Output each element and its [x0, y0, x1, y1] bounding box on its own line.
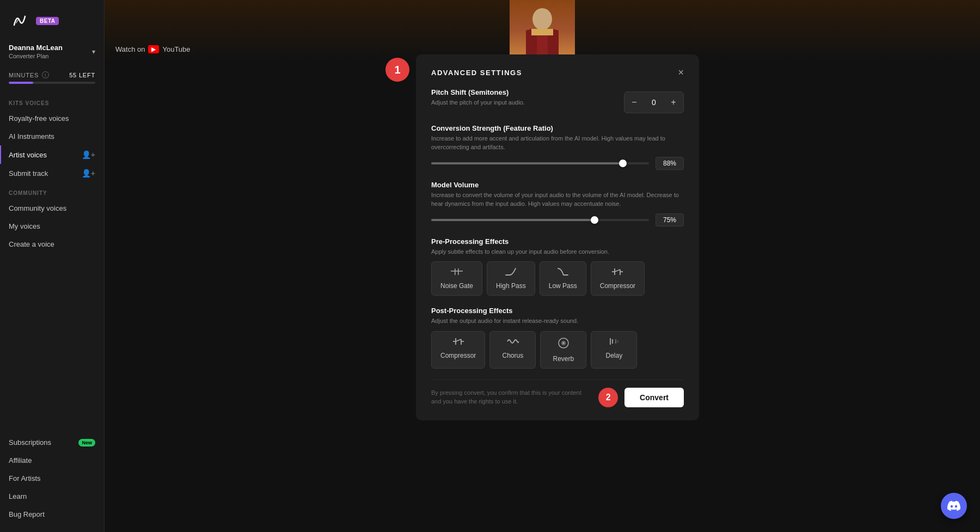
delay-icon [608, 337, 620, 348]
pitch-controls: − 0 + [624, 91, 684, 113]
high-pass-button[interactable]: High Pass [487, 261, 535, 296]
sidebar-item-for-artists[interactable]: For Artists [0, 469, 104, 487]
conversion-strength-value: 88% [656, 157, 684, 170]
svg-rect-7 [455, 268, 456, 275]
submit-person-icon: 👤+ [82, 169, 95, 178]
username: Deanna McLean [9, 44, 63, 52]
post-compressor-icon [452, 337, 464, 348]
pitch-increase-button[interactable]: + [664, 92, 683, 113]
sidebar-item-community-voices[interactable]: Community voices [0, 199, 104, 217]
chorus-icon [507, 337, 519, 348]
conversion-strength-desc: Increase to add more accent and articula… [431, 134, 684, 151]
add-person-icon: 👤+ [82, 150, 95, 159]
svg-rect-8 [458, 268, 459, 275]
info-icon: i [42, 71, 49, 78]
post-processing-section: Post-Processing Effects Adjust the outpu… [431, 307, 684, 368]
sidebar-item-royalty-free-voices[interactable]: Royalty-free voices [0, 109, 104, 127]
conversion-strength-section: Conversion Strength (Feature Ratio) Incr… [431, 124, 684, 170]
chorus-label: Chorus [503, 352, 524, 359]
pre-compressor-button[interactable]: Compressor [591, 261, 645, 296]
convert-button[interactable]: Convert [624, 388, 684, 407]
low-pass-button[interactable]: Low Pass [540, 261, 586, 296]
pre-processing-desc: Apply subtle effects to clean up your in… [431, 248, 684, 256]
modal-header: ADVANCED SETTINGS × [431, 68, 684, 77]
model-volume-section: Model Volume Increase to convert the vol… [431, 181, 684, 227]
modal-title: ADVANCED SETTINGS [431, 69, 522, 77]
conversion-strength-thumb[interactable] [619, 160, 627, 167]
sidebar-item-subscriptions[interactable]: Subscriptions New [0, 433, 104, 451]
sidebar-item-my-voices[interactable]: My voices [0, 217, 104, 235]
conversion-strength-label: Conversion Strength (Feature Ratio) [431, 124, 684, 132]
sidebar-item-affiliate[interactable]: Affiliate [0, 451, 104, 469]
pre-compressor-icon [611, 267, 623, 279]
model-volume-slider[interactable] [431, 215, 649, 225]
post-compressor-button[interactable]: Compressor [431, 331, 485, 369]
minutes-progress-bar [9, 82, 95, 84]
reverb-label: Reverb [553, 355, 574, 363]
step-2-circle: 2 [598, 388, 618, 407]
delay-label: Delay [606, 352, 623, 359]
model-volume-fill [431, 219, 595, 221]
chorus-button[interactable]: Chorus [489, 331, 536, 369]
user-plan: Converter Plan [9, 53, 63, 59]
noise-gate-button[interactable]: Noise Gate [431, 261, 482, 296]
svg-line-11 [615, 270, 620, 272]
low-pass-icon [557, 267, 569, 279]
sidebar-item-learn[interactable]: Learn [0, 487, 104, 505]
footer-right: 2 Convert [598, 388, 684, 407]
sidebar-item-bug-report[interactable]: Bug Report [0, 505, 104, 523]
user-menu[interactable]: Deanna McLean Converter Plan ▾ [0, 38, 104, 67]
model-volume-value: 75% [656, 213, 684, 227]
sidebar-item-submit-track[interactable]: Submit track 👤+ [0, 164, 104, 182]
low-pass-label: Low Pass [549, 282, 577, 290]
reverb-icon [558, 337, 569, 352]
pre-compressor-label: Compressor [600, 282, 635, 290]
reverb-button[interactable]: Reverb [540, 331, 586, 369]
pitch-value: 0 [644, 98, 664, 107]
post-processing-label: Post-Processing Effects [431, 307, 684, 315]
sidebar-item-ai-instruments[interactable]: AI Instruments [0, 127, 104, 145]
pre-processing-section: Pre-Processing Effects Apply subtle effe… [431, 237, 684, 296]
noise-gate-icon [451, 267, 463, 279]
high-pass-icon [505, 267, 517, 279]
minutes-left: 55 left [69, 72, 95, 78]
step-1-circle: 1 [385, 58, 409, 82]
pitch-decrease-button[interactable]: − [624, 92, 644, 113]
modal-overlay: 1 ADVANCED SETTINGS × Pitch Shift (Semit… [105, 0, 980, 532]
modal-wrapper: 1 ADVANCED SETTINGS × Pitch Shift (Semit… [385, 54, 699, 420]
close-button[interactable]: × [678, 68, 684, 77]
post-processing-desc: Adjust the output audio for instant rele… [431, 317, 684, 325]
sidebar: BETA Deanna McLean Converter Plan ▾ MINU… [0, 0, 105, 532]
conversion-strength-slider[interactable] [431, 158, 649, 169]
advanced-settings-modal: ADVANCED SETTINGS × Pitch Shift (Semiton… [416, 54, 699, 420]
model-volume-thumb[interactable] [591, 216, 598, 224]
pre-processing-effects-grid: Noise Gate High Pass Low P [431, 261, 684, 296]
svg-rect-6 [451, 271, 463, 272]
discord-icon [947, 499, 960, 512]
post-processing-effects-grid: Compressor Chorus Reverb [431, 331, 684, 369]
model-volume-label: Model Volume [431, 181, 684, 189]
chevron-down-icon: ▾ [92, 48, 95, 56]
svg-point-21 [562, 342, 564, 344]
delay-button[interactable]: Delay [591, 331, 637, 369]
app-logo [9, 10, 30, 32]
pre-processing-label: Pre-Processing Effects [431, 237, 684, 246]
discord-button[interactable] [941, 493, 967, 519]
new-badge: New [78, 439, 95, 447]
main-content: Watch on ▶ YouTube 1 ADVANCED SETTINGS × [105, 0, 980, 532]
post-compressor-label: Compressor [440, 352, 476, 359]
footer-disclaimer: By pressing convert, you confirm that th… [431, 389, 584, 406]
minutes-bar-fill [9, 82, 33, 84]
svg-line-16 [456, 339, 461, 341]
minutes-label: MINUTES [9, 72, 39, 78]
minutes-section: MINUTES i 55 left [0, 67, 104, 93]
kits-section-label: KITS VOICES [0, 93, 104, 109]
pitch-shift-section: Pitch Shift (Semitones) Adjust the pitch… [431, 88, 684, 113]
sidebar-header: BETA [0, 0, 104, 38]
sidebar-item-create-voice[interactable]: Create a voice [0, 235, 104, 253]
model-volume-slider-row: 75% [431, 213, 684, 227]
sidebar-item-artist-voices[interactable]: Artist voices 👤+ [0, 145, 104, 164]
community-section-label: COMMUNITY [0, 182, 104, 199]
noise-gate-label: Noise Gate [440, 282, 473, 290]
model-volume-desc: Increase to convert the volume of your i… [431, 191, 684, 208]
